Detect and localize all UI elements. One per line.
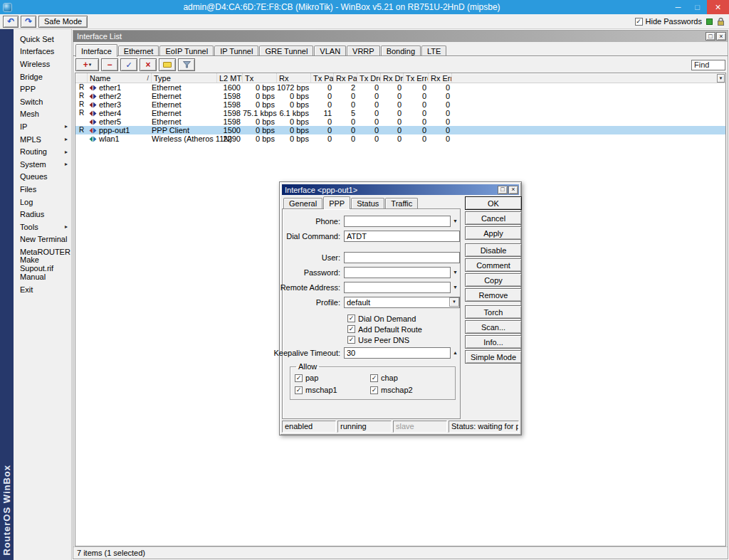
sidebar-item-ppp[interactable]: PPP [14,83,71,95]
sidebar-item-tools[interactable]: Tools▸ [14,221,71,233]
phone-input[interactable] [344,216,451,227]
profile-input[interactable] [344,297,460,308]
interface-row-ppp-out1[interactable]: Rppp-out1PPP Client15000 bps0 bps000000 [75,126,725,134]
column-header-rx-drops[interactable]: Rx Drops [381,73,404,83]
dialog-titlebar[interactable]: Interface <ppp-out1> □ × [282,184,519,195]
find-input[interactable] [691,60,725,70]
column-header-type[interactable]: Type [152,73,217,83]
dialog-tab-status[interactable]: Status [351,198,384,208]
tab-gre-tunnel[interactable]: GRE Tunnel [259,46,313,56]
sidebar-item-switch[interactable]: Switch [14,95,71,108]
safe-mode-button[interactable]: Safe Mode [38,16,88,28]
tab-ip-tunnel[interactable]: IP Tunnel [214,46,258,56]
dialog-tab-ppp[interactable]: PPP [323,196,350,209]
column-header-rx[interactable]: Rx [277,73,311,83]
cancel-button[interactable]: Cancel [465,211,522,225]
maximize-button[interactable]: □ [688,0,707,14]
tab-vlan[interactable]: VLAN [314,46,346,56]
tab-ethernet[interactable]: Ethernet [118,46,159,56]
profile-select[interactable]: ▼ [344,297,460,308]
sidebar-item-exit[interactable]: Exit [14,283,71,296]
column-header-tx[interactable]: Tx [243,73,277,83]
dial-command-input[interactable] [344,231,460,242]
sidebar-item-queues[interactable]: Queues [14,171,71,184]
comment-button[interactable] [159,58,176,71]
simple-mode-button[interactable]: Simple Mode [465,350,522,364]
dialog-close-button[interactable]: × [508,186,518,194]
column-header-rx-pac[interactable]: Rx Pac... [334,73,357,83]
disable-button[interactable]: Disable [465,243,522,257]
copy-button[interactable]: Copy [465,273,522,287]
phone-dropdown-icon[interactable]: ▼ [451,218,460,223]
scan-button[interactable]: Scan... [465,320,522,334]
allow-chap-checkbox[interactable]: ✓chap [370,374,452,382]
enable-interface-button[interactable]: ✓ [120,58,137,71]
sidebar-item-interfaces[interactable]: Interfaces [14,46,71,58]
torch-button[interactable]: Torch [465,305,522,319]
sidebar-item-radius[interactable]: Radius [14,208,71,221]
interface-row-ether4[interactable]: Rether4Ethernet159875.1 kbps6.1 kbps1150… [75,109,725,117]
allow-mschap1-checkbox[interactable]: ✓mschap1 [295,386,370,394]
interface-row-ether3[interactable]: Rether3Ethernet15980 bps0 bps000000 [75,100,725,109]
sidebar-item-log[interactable]: Log [14,196,71,208]
close-button[interactable]: × [707,0,729,14]
remote-address-input[interactable] [344,282,451,293]
column-header-flags[interactable] [75,73,88,83]
tab-bonding[interactable]: Bonding [381,46,421,56]
back-button[interactable]: ↶ [3,16,19,28]
comment-button[interactable]: Comment [465,258,522,272]
dial-on-demand-checkbox[interactable]: ✓Dial On Demand [347,313,460,324]
column-header-tx-pac[interactable]: Tx Pac... [311,73,334,83]
forward-button[interactable]: ↷ [21,16,36,28]
interface-list-close-button[interactable]: × [716,32,726,41]
remote-address-dropdown-icon[interactable]: ▼ [451,285,460,290]
keepalive-timeout-input[interactable] [344,347,451,359]
interface-row-ether1[interactable]: Rether1Ethernet16000 bps1072 bps020000 [75,83,725,92]
ok-button[interactable]: OK [465,196,522,210]
allow-mschap2-checkbox[interactable]: ✓mschap2 [370,386,452,394]
dialog-tab-general[interactable]: General [283,198,322,208]
interface-list-titlebar[interactable]: Interface List □ × [73,31,728,42]
minimize-button[interactable]: ─ [668,0,688,14]
column-header-rx-errors[interactable]: Rx Errors [429,73,452,83]
sidebar-item-routing[interactable]: Routing▸ [14,145,71,158]
info-button[interactable]: Info... [465,335,522,349]
sidebar-item-mpls[interactable]: MPLS▸ [14,133,71,146]
sidebar-item-system[interactable]: System▸ [14,158,71,171]
interface-row-ether5[interactable]: ether5Ethernet15980 bps0 bps000000 [75,117,725,126]
keepalive-up-arrow-icon[interactable]: ▲ [451,350,460,355]
password-dropdown-icon[interactable]: ▼ [451,270,460,275]
password-input[interactable] [344,267,451,278]
add-interface-button[interactable]: + ▾ [75,58,99,71]
sidebar-item-mesh[interactable]: Mesh [14,108,71,121]
filter-button[interactable] [178,58,195,71]
interface-row-ether2[interactable]: Rether2Ethernet15980 bps0 bps000000 [75,92,725,100]
remove-button[interactable]: Remove [465,288,522,302]
column-header-tx-drops[interactable]: Tx Drops [357,73,381,83]
tab-eoip-tunnel[interactable]: EoIP Tunnel [159,46,214,56]
profile-dropdown-icon[interactable]: ▼ [449,297,459,307]
sidebar-item-bridge[interactable]: Bridge [14,70,71,83]
disable-interface-button[interactable]: × [140,58,157,71]
remove-interface-button[interactable]: − [101,58,118,71]
column-chooser-button[interactable]: ▼ [717,74,725,83]
column-header-tx-errors[interactable]: Tx Errors [404,73,429,83]
apply-button[interactable]: Apply [465,226,522,240]
sidebar-item-files[interactable]: Files [14,183,71,196]
sidebar-item-new-terminal[interactable]: New Terminal [14,233,71,246]
sidebar-item-quick-set[interactable]: Quick Set [14,33,71,46]
hide-passwords-checkbox[interactable]: ✓ Hide Passwords [635,17,702,26]
allow-pap-checkbox[interactable]: ✓pap [295,374,370,382]
tab-lte[interactable]: LTE [421,46,446,56]
use-peer-dns-checkbox[interactable]: ✓Use Peer DNS [347,334,460,345]
sidebar-item-make-supout-rif[interactable]: Make Supout.rif [14,258,71,271]
dialog-tab-traffic[interactable]: Traffic [385,198,418,208]
tab-vrrp[interactable]: VRRP [347,46,380,56]
tab-interface[interactable]: Interface [75,44,117,57]
column-header-name[interactable]: Name/ [88,73,152,83]
user-input[interactable] [344,252,460,263]
sidebar-item-wireless[interactable]: Wireless [14,58,71,70]
add-default-route-checkbox[interactable]: ✓Add Default Route [347,324,460,334]
dialog-maximize-button[interactable]: □ [498,186,508,194]
interface-list-maximize-button[interactable]: □ [706,32,715,41]
